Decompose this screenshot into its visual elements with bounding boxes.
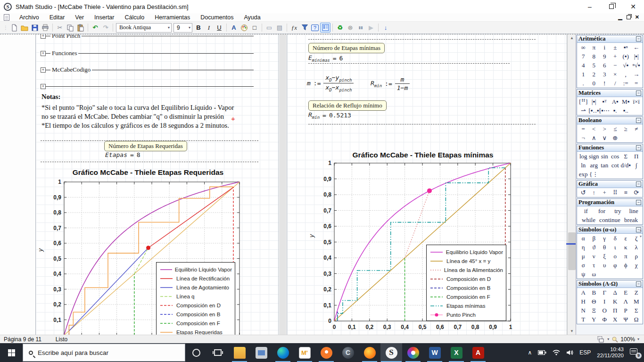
save-document-button[interactable] — [30, 23, 40, 33]
minimize-button[interactable]: – — [579, 0, 601, 13]
open-document-button[interactable] — [19, 23, 30, 33]
battery-icon[interactable] — [538, 350, 546, 355]
scrollbar-thumb[interactable] — [568, 232, 576, 270]
undo-button[interactable]: ↶ — [90, 23, 100, 33]
taskbar-app-photos[interactable] — [250, 343, 272, 362]
symbol-button[interactable]: ψ — [578, 270, 588, 279]
panel-header[interactable]: Booleano− — [577, 117, 643, 124]
cortana-button[interactable] — [185, 343, 207, 362]
symbol-button[interactable]: d/d▪ — [620, 161, 631, 170]
cut-button[interactable]: ✂ — [55, 23, 65, 33]
reflux-ratio-label[interactable]: Relación de Reflujo mínimo — [308, 100, 387, 111]
symbol-button[interactable]: i — [599, 43, 610, 52]
symbol-button[interactable]: sign — [588, 152, 599, 161]
symbol-button[interactable]: × — [610, 70, 620, 79]
expand-icon[interactable]: + — [41, 34, 46, 39]
symbol-button[interactable]: Π — [610, 306, 620, 315]
note-line[interactable]: no se trazará el McCabe. Debes cambiar "… — [41, 113, 224, 121]
symbol-button[interactable]: → — [631, 70, 641, 79]
symbol-button[interactable]: ▪. — [610, 106, 620, 115]
symbol-button[interactable]: ο — [610, 252, 620, 261]
symbol-button[interactable]: , — [620, 70, 631, 79]
new-document-button[interactable] — [9, 23, 19, 33]
symbol-button[interactable]: Ω — [631, 315, 641, 324]
collapsed-section-unnamed[interactable]: + — [41, 83, 254, 90]
task-view-button[interactable] — [207, 343, 229, 362]
taskbar-app-krita[interactable] — [402, 343, 424, 362]
horizontal-spacing-button[interactable]: ▭ — [264, 23, 274, 33]
taskbar-app-edge[interactable] — [272, 343, 294, 362]
symbol-button[interactable]: + — [599, 188, 610, 197]
expand-icon[interactable]: + — [41, 84, 46, 89]
symbol-button[interactable]: for — [594, 206, 610, 215]
collapse-icon[interactable]: − — [636, 200, 641, 205]
symbol-button[interactable]: ι — [610, 243, 620, 252]
symbol-button[interactable]: [▪‥▪] — [588, 106, 599, 115]
symbol-button[interactable]: ⊕ — [610, 133, 620, 142]
symbol-button[interactable]: √▪ — [620, 61, 631, 70]
min-stages-label[interactable]: Número de Etapas mínimas — [308, 43, 385, 53]
symbol-button[interactable]: Ξ — [588, 306, 599, 315]
symbol-button[interactable]: continue — [599, 215, 620, 224]
symbol-button[interactable]: / — [610, 79, 620, 88]
taskbar-app-word[interactable]: W — [424, 343, 446, 362]
symbol-button[interactable]: Ρ — [620, 306, 631, 315]
collapsed-section-Point Pinch[interactable]: +Point Pinch — [41, 34, 254, 39]
symbol-button[interactable]: 2 — [588, 70, 599, 79]
menu-editar[interactable]: Editar — [44, 14, 70, 21]
taskbar-app-file-explorer[interactable] — [229, 343, 250, 362]
symbol-button[interactable]: . — [578, 79, 588, 88]
panel-header[interactable]: Símbolos (Α-Ω)− — [577, 280, 643, 288]
symbol-button[interactable]: ▪ᵀ — [599, 97, 610, 106]
slope-equation[interactable]: m := xD−ypinchxD−xpinch — [307, 74, 354, 92]
symbol-button[interactable]: Ε — [620, 288, 631, 297]
symbol-button[interactable]: (▪) — [620, 52, 631, 61]
symbol-button[interactable]: ≤ — [610, 124, 620, 133]
panel-header[interactable]: Programación− — [577, 199, 643, 206]
menu-cálculo[interactable]: Cálculo — [120, 14, 150, 21]
symbol-button[interactable]: ± — [610, 43, 620, 52]
symbol-button[interactable]: ln — [578, 161, 588, 170]
toolbar-handle[interactable]: ⋮ — [3, 25, 8, 30]
clock[interactable]: 10:43 22/11/2020 — [597, 346, 624, 359]
symbol-button[interactable]: log — [578, 152, 588, 161]
symbol-button[interactable]: [⠛] — [578, 97, 588, 106]
symbol-button[interactable]: π — [588, 43, 599, 52]
symbol-button[interactable]: ¬ — [578, 133, 588, 142]
mdi-minimize-button[interactable]: ▁ — [618, 14, 622, 20]
underline-button[interactable]: U — [214, 23, 224, 33]
menu-herramientas[interactable]: Herramientas — [149, 14, 195, 21]
collapse-icon[interactable]: − — [636, 281, 641, 287]
taskbar-search[interactable]: Escribe aquí para buscar — [23, 344, 185, 362]
symbol-button[interactable]: Π — [631, 152, 641, 161]
symbol-button[interactable]: A▪ — [610, 97, 620, 106]
symbol-button[interactable]: Α — [578, 288, 588, 297]
expand-icon[interactable]: + — [41, 67, 46, 73]
symbol-button[interactable]: Κ — [610, 297, 620, 306]
symbol-button[interactable]: γ — [599, 234, 610, 243]
symbol-button[interactable]: ▪ⁿ — [620, 43, 631, 52]
taskbar-app-cinema4d[interactable]: C — [337, 343, 359, 362]
interrupt-process-button[interactable]: ⊗ — [345, 23, 355, 33]
symbol-button[interactable]: Ψ — [620, 315, 631, 324]
worksheet-page-9[interactable]: Notas: *Si el punto "Rojo" sale o toca l… — [35, 34, 279, 335]
symbol-button[interactable]: κ — [620, 243, 631, 252]
language-indicator[interactable]: ESP — [579, 349, 591, 356]
collapse-icon[interactable]: − — [636, 36, 641, 41]
symbol-button[interactable]: ī×ī — [631, 97, 641, 106]
symbol-button[interactable]: ϑ — [588, 243, 599, 252]
symbol-button[interactable]: ▪.. — [620, 106, 631, 115]
symbol-button[interactable]: 3 — [599, 70, 610, 79]
panel-header[interactable]: Gráfica− — [577, 181, 643, 188]
collapse-icon[interactable]: − — [636, 118, 641, 123]
symbol-button[interactable]: Τ — [578, 315, 588, 324]
symbol-button[interactable]: + — [610, 52, 620, 61]
symbol-button[interactable]: ρ — [631, 252, 641, 261]
symbol-button[interactable]: line — [626, 206, 642, 215]
italic-button[interactable]: I — [204, 23, 214, 33]
min-stages-result[interactable]: Emínimas = 6 — [308, 54, 343, 63]
symbol-button[interactable]: 1 — [578, 70, 588, 79]
symbol-button[interactable]: ! — [599, 79, 610, 88]
scroll-up-icon[interactable]: ▲ — [568, 34, 576, 42]
symbol-button[interactable]: ≠ — [631, 124, 641, 133]
